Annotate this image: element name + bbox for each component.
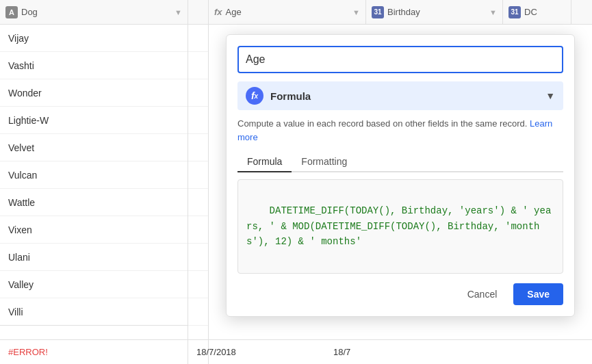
dc-type-icon: 31: [509, 6, 521, 18]
list-item[interactable]: Villi: [0, 298, 188, 326]
list-item[interactable]: Valley: [0, 271, 188, 298]
row-numbers: [188, 25, 209, 364]
dc-column-header[interactable]: 31 DC: [503, 0, 571, 24]
save-button[interactable]: Save: [513, 283, 563, 305]
age-column-label: Age: [226, 7, 242, 17]
dog-column: Vijay Vashti Wonder Lightie-W Velvet Vul…: [0, 25, 188, 364]
formula-type-label: Formula: [270, 90, 545, 102]
birthday-column-header[interactable]: 31 Birthday ▼: [366, 0, 503, 24]
birthday-column-label: Birthday: [387, 7, 420, 17]
list-item[interactable]: Wattle: [0, 189, 188, 216]
dog-column-label: Dog: [21, 7, 38, 17]
tab-formula[interactable]: Formula: [237, 152, 292, 172]
age-sort-icon[interactable]: ▼: [352, 8, 360, 16]
bottom-row: #ERROR! 18/7/2018 18/7: [0, 339, 592, 364]
dog-column-header[interactable]: A Dog ▼: [0, 0, 188, 24]
list-item[interactable]: Vixen: [0, 216, 188, 244]
formula-editor[interactable]: DATETIME_DIFF(TODAY(), Birthday, 'years'…: [237, 179, 563, 274]
text-type-icon: A: [5, 6, 18, 18]
list-item[interactable]: Ulani: [0, 244, 188, 271]
dc-column-label: DC: [524, 7, 537, 17]
date-cell-1: 18/7/2018: [188, 347, 325, 357]
row-num-header: [188, 0, 209, 24]
fx-icon: fx: [214, 7, 222, 17]
date-cell-2: 18/7: [325, 347, 462, 357]
description-text: Compute a value in each record based on …: [237, 117, 563, 144]
list-item[interactable]: Vashti: [0, 52, 188, 79]
table-header: A Dog ▼ fx Age ▼ 31 Birthday ▼ 31 DC: [0, 0, 592, 25]
sort-icon[interactable]: ▼: [175, 8, 182, 16]
cancel-button[interactable]: Cancel: [458, 283, 507, 305]
dialog-footer: Cancel Save: [237, 283, 563, 305]
birthday-type-icon: 31: [372, 6, 384, 18]
tab-formatting[interactable]: Formatting: [292, 152, 357, 172]
tabs-row: Formula Formatting: [237, 152, 563, 172]
list-item[interactable]: Velvet: [0, 134, 188, 161]
field-name-input[interactable]: [237, 46, 563, 73]
formula-fx-icon: fx: [246, 87, 263, 105]
list-item[interactable]: Wonder: [0, 79, 188, 107]
list-item[interactable]: Vulcan: [0, 161, 188, 189]
birthday-sort-icon[interactable]: ▼: [489, 8, 497, 16]
formula-type-selector[interactable]: fx Formula ▼: [237, 81, 563, 110]
list-item[interactable]: Vijay: [0, 25, 188, 52]
list-item[interactable]: Lightie-W: [0, 107, 188, 134]
error-cell: #ERROR!: [0, 347, 188, 357]
formula-dialog: fx Formula ▼ Compute a value in each rec…: [226, 34, 575, 317]
age-column-header[interactable]: fx Age ▼: [209, 0, 366, 24]
chevron-down-icon: ▼: [545, 90, 555, 101]
